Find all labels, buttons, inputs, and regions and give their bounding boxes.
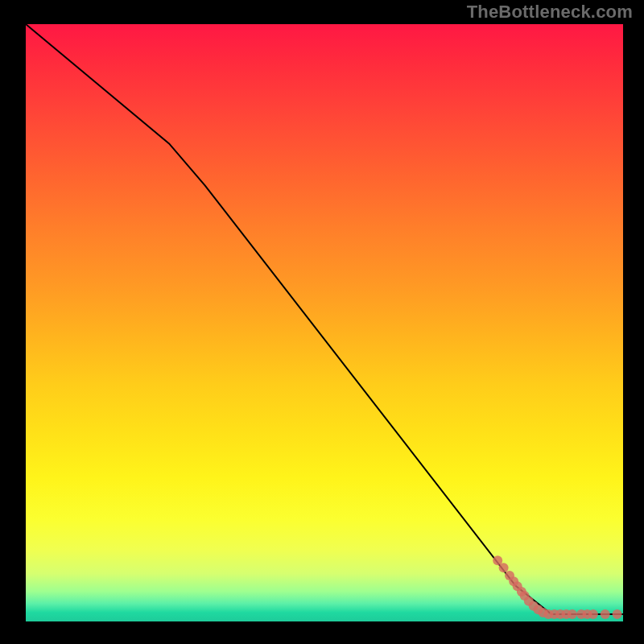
data-marker (568, 609, 577, 619)
data-marker (588, 609, 598, 619)
marker-group (493, 555, 621, 619)
data-marker (499, 563, 509, 572)
bottleneck-curve (26, 24, 623, 614)
chart-frame: TheBottleneck.com (0, 0, 644, 644)
data-marker (601, 609, 610, 619)
data-marker (613, 609, 622, 619)
chart-svg (26, 24, 623, 621)
plot-area (26, 24, 623, 621)
attribution-text: TheBottleneck.com (467, 2, 633, 23)
